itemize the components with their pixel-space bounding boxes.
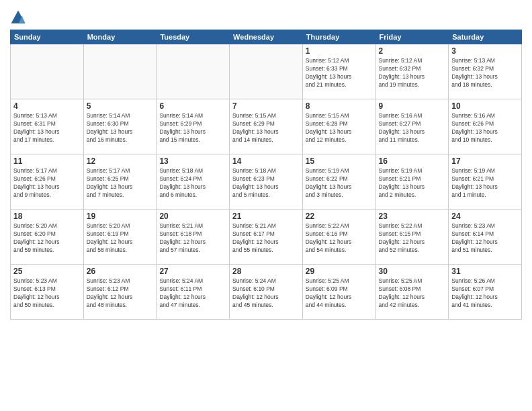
day-info: Sunrise: 5:24 AM Sunset: 6:10 PM Dayligh…	[232, 277, 300, 310]
calendar-week-row: 25Sunrise: 5:23 AM Sunset: 6:13 PM Dayli…	[11, 265, 522, 320]
day-number: 19	[87, 212, 154, 221]
calendar-week-row: 1Sunrise: 5:12 AM Sunset: 6:33 PM Daylig…	[11, 44, 522, 99]
weekday-header: Friday	[375, 30, 449, 44]
calendar-day-cell: 7Sunrise: 5:15 AM Sunset: 6:29 PM Daylig…	[230, 99, 303, 154]
day-number: 27	[159, 267, 226, 276]
page-container: SundayMondayTuesdayWednesdayThursdayFrid…	[0, 0, 532, 323]
day-number: 23	[379, 212, 446, 221]
weekday-header: Thursday	[302, 30, 375, 44]
calendar-day-cell: 1Sunrise: 5:12 AM Sunset: 6:33 PM Daylig…	[302, 44, 375, 99]
day-info: Sunrise: 5:15 AM Sunset: 6:28 PM Dayligh…	[306, 112, 373, 144]
calendar-day-cell	[230, 44, 303, 99]
weekday-header: Tuesday	[157, 30, 230, 44]
day-number: 30	[379, 267, 446, 276]
calendar-day-cell: 24Sunrise: 5:23 AM Sunset: 6:14 PM Dayli…	[449, 210, 522, 265]
calendar-day-cell: 8Sunrise: 5:15 AM Sunset: 6:28 PM Daylig…	[302, 99, 375, 154]
day-info: Sunrise: 5:16 AM Sunset: 6:27 PM Dayligh…	[379, 112, 446, 144]
calendar-day-cell: 9Sunrise: 5:16 AM Sunset: 6:27 PM Daylig…	[375, 99, 449, 154]
day-info: Sunrise: 5:18 AM Sunset: 6:23 PM Dayligh…	[232, 167, 300, 199]
calendar-day-cell: 17Sunrise: 5:19 AM Sunset: 6:21 PM Dayli…	[449, 154, 522, 210]
day-number: 28	[232, 267, 300, 276]
calendar-day-cell: 29Sunrise: 5:25 AM Sunset: 6:09 PM Dayli…	[302, 265, 375, 320]
day-info: Sunrise: 5:12 AM Sunset: 6:33 PM Dayligh…	[306, 57, 373, 89]
day-number: 22	[306, 212, 373, 221]
calendar-day-cell: 30Sunrise: 5:25 AM Sunset: 6:08 PM Dayli…	[375, 265, 449, 320]
day-info: Sunrise: 5:23 AM Sunset: 6:13 PM Dayligh…	[13, 277, 81, 310]
header	[10, 7, 522, 26]
calendar-day-cell: 10Sunrise: 5:16 AM Sunset: 6:26 PM Dayli…	[449, 99, 522, 154]
day-info: Sunrise: 5:19 AM Sunset: 6:21 PM Dayligh…	[379, 167, 446, 199]
day-info: Sunrise: 5:20 AM Sunset: 6:19 PM Dayligh…	[87, 222, 154, 255]
calendar-header-row: SundayMondayTuesdayWednesdayThursdayFrid…	[11, 30, 522, 44]
logo	[10, 9, 29, 26]
day-number: 25	[13, 267, 81, 276]
day-number: 18	[13, 212, 81, 221]
calendar-day-cell: 11Sunrise: 5:17 AM Sunset: 6:26 PM Dayli…	[11, 154, 84, 210]
day-number: 31	[451, 267, 519, 276]
calendar-day-cell: 18Sunrise: 5:20 AM Sunset: 6:20 PM Dayli…	[11, 210, 84, 265]
day-number: 26	[87, 267, 154, 276]
day-info: Sunrise: 5:18 AM Sunset: 6:24 PM Dayligh…	[159, 167, 226, 199]
day-number: 4	[13, 101, 81, 111]
day-info: Sunrise: 5:14 AM Sunset: 6:29 PM Dayligh…	[159, 112, 226, 144]
calendar-week-row: 18Sunrise: 5:20 AM Sunset: 6:20 PM Dayli…	[11, 210, 522, 265]
calendar-day-cell: 21Sunrise: 5:21 AM Sunset: 6:17 PM Dayli…	[230, 210, 303, 265]
calendar-day-cell: 13Sunrise: 5:18 AM Sunset: 6:24 PM Dayli…	[157, 154, 230, 210]
calendar-day-cell: 23Sunrise: 5:22 AM Sunset: 6:15 PM Dayli…	[375, 210, 449, 265]
day-number: 8	[306, 101, 373, 111]
day-info: Sunrise: 5:21 AM Sunset: 6:17 PM Dayligh…	[232, 222, 300, 255]
day-number: 1	[306, 46, 373, 56]
day-info: Sunrise: 5:23 AM Sunset: 6:12 PM Dayligh…	[87, 277, 154, 310]
day-number: 13	[159, 156, 226, 166]
calendar-day-cell: 5Sunrise: 5:14 AM Sunset: 6:30 PM Daylig…	[83, 99, 157, 154]
day-number: 11	[13, 156, 81, 166]
day-number: 16	[379, 156, 446, 166]
calendar-day-cell	[157, 44, 230, 99]
day-number: 14	[232, 156, 300, 166]
day-number: 29	[306, 267, 373, 276]
day-info: Sunrise: 5:21 AM Sunset: 6:18 PM Dayligh…	[159, 222, 226, 255]
calendar-day-cell: 19Sunrise: 5:20 AM Sunset: 6:19 PM Dayli…	[83, 210, 157, 265]
weekday-header: Saturday	[449, 30, 522, 44]
calendar-week-row: 11Sunrise: 5:17 AM Sunset: 6:26 PM Dayli…	[11, 154, 522, 210]
calendar-day-cell: 28Sunrise: 5:24 AM Sunset: 6:10 PM Dayli…	[230, 265, 303, 320]
calendar-day-cell: 20Sunrise: 5:21 AM Sunset: 6:18 PM Dayli…	[157, 210, 230, 265]
calendar-day-cell: 31Sunrise: 5:26 AM Sunset: 6:07 PM Dayli…	[449, 265, 522, 320]
day-info: Sunrise: 5:24 AM Sunset: 6:11 PM Dayligh…	[159, 277, 226, 310]
day-info: Sunrise: 5:19 AM Sunset: 6:21 PM Dayligh…	[451, 167, 519, 199]
calendar-day-cell: 25Sunrise: 5:23 AM Sunset: 6:13 PM Dayli…	[11, 265, 84, 320]
day-number: 7	[232, 101, 300, 111]
day-info: Sunrise: 5:25 AM Sunset: 6:09 PM Dayligh…	[306, 277, 373, 310]
day-info: Sunrise: 5:22 AM Sunset: 6:15 PM Dayligh…	[379, 222, 446, 255]
day-info: Sunrise: 5:16 AM Sunset: 6:26 PM Dayligh…	[451, 112, 519, 144]
day-number: 10	[451, 101, 519, 111]
calendar-day-cell: 14Sunrise: 5:18 AM Sunset: 6:23 PM Dayli…	[230, 154, 303, 210]
day-number: 17	[451, 156, 519, 166]
day-number: 15	[306, 156, 373, 166]
calendar-day-cell: 6Sunrise: 5:14 AM Sunset: 6:29 PM Daylig…	[157, 99, 230, 154]
logo-icon	[10, 9, 26, 26]
day-info: Sunrise: 5:15 AM Sunset: 6:29 PM Dayligh…	[232, 112, 300, 144]
day-info: Sunrise: 5:26 AM Sunset: 6:07 PM Dayligh…	[451, 277, 519, 310]
calendar-day-cell	[11, 44, 84, 99]
calendar-day-cell: 3Sunrise: 5:13 AM Sunset: 6:32 PM Daylig…	[449, 44, 522, 99]
calendar-day-cell: 26Sunrise: 5:23 AM Sunset: 6:12 PM Dayli…	[83, 265, 157, 320]
day-info: Sunrise: 5:23 AM Sunset: 6:14 PM Dayligh…	[451, 222, 519, 255]
calendar-day-cell: 22Sunrise: 5:22 AM Sunset: 6:16 PM Dayli…	[302, 210, 375, 265]
day-number: 9	[379, 101, 446, 111]
day-number: 6	[159, 101, 226, 111]
day-info: Sunrise: 5:25 AM Sunset: 6:08 PM Dayligh…	[379, 277, 446, 310]
day-info: Sunrise: 5:14 AM Sunset: 6:30 PM Dayligh…	[87, 112, 154, 144]
day-number: 3	[451, 46, 519, 56]
day-number: 12	[87, 156, 154, 166]
calendar-day-cell	[83, 44, 157, 99]
day-info: Sunrise: 5:17 AM Sunset: 6:25 PM Dayligh…	[87, 167, 154, 199]
weekday-header: Sunday	[11, 30, 84, 44]
day-number: 5	[87, 101, 154, 111]
day-info: Sunrise: 5:12 AM Sunset: 6:32 PM Dayligh…	[379, 57, 446, 89]
calendar-day-cell: 2Sunrise: 5:12 AM Sunset: 6:32 PM Daylig…	[375, 44, 449, 99]
day-info: Sunrise: 5:22 AM Sunset: 6:16 PM Dayligh…	[306, 222, 373, 255]
weekday-header: Wednesday	[230, 30, 303, 44]
calendar-day-cell: 27Sunrise: 5:24 AM Sunset: 6:11 PM Dayli…	[157, 265, 230, 320]
calendar-week-row: 4Sunrise: 5:13 AM Sunset: 6:31 PM Daylig…	[11, 99, 522, 154]
